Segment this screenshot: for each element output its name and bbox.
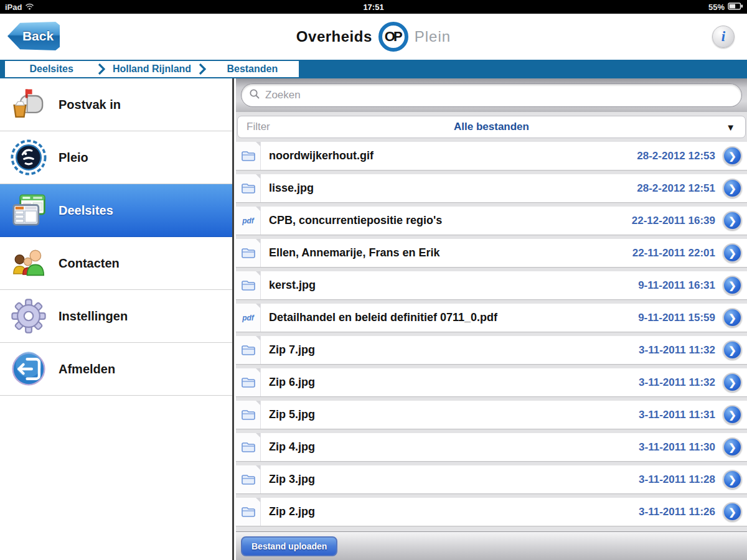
dropdown-arrow-icon: ▼ bbox=[677, 122, 745, 133]
app-logo: Overheids OP Plein bbox=[0, 14, 747, 60]
folder-icon bbox=[236, 433, 261, 461]
upload-file-button[interactable]: Bestand uploaden bbox=[241, 536, 337, 556]
folder-icon bbox=[236, 271, 261, 299]
people-icon bbox=[10, 245, 47, 282]
logo-text-right: Plein bbox=[415, 28, 451, 45]
file-row[interactable]: Ellen, Annemarije, Frans en Erik22-11-20… bbox=[236, 239, 747, 267]
file-row[interactable]: Zip 5.jpg3-11-2011 11:31❯ bbox=[236, 401, 747, 429]
file-date: 9-11-2011 15:59 bbox=[638, 312, 715, 324]
pdf-glyph: pdf bbox=[242, 314, 254, 322]
sidebar-item-postvak-in[interactable]: Postvak in bbox=[0, 78, 232, 131]
logo-text-left: Overheids bbox=[296, 28, 372, 45]
file-name: Ellen, Annemarije, Frans en Erik bbox=[261, 246, 632, 259]
folder-icon bbox=[236, 465, 261, 493]
logo-op-icon: OP bbox=[378, 22, 408, 52]
file-row[interactable]: noordwijkerhout.gif28-2-2012 12:53❯ bbox=[236, 142, 747, 170]
footer-toolbar: Bestand uploaden bbox=[236, 531, 747, 560]
gear-icon bbox=[10, 297, 47, 335]
sidebar-item-afmelden[interactable]: Afmelden bbox=[0, 343, 232, 396]
chevron-right-button[interactable]: ❯ bbox=[723, 437, 742, 457]
clock: 17:51 bbox=[0, 2, 747, 12]
file-row[interactable]: pdfDetailhandel en beleid definitief 071… bbox=[236, 304, 747, 332]
pleio-icon bbox=[10, 139, 47, 176]
file-name: CPB, concurrentiepositie regio's bbox=[261, 214, 632, 227]
file-name: Detailhandel en beleid definitief 0711_0… bbox=[261, 311, 638, 324]
chevron-right-button[interactable]: ❯ bbox=[723, 340, 742, 360]
sidebar-item-label: Pleio bbox=[59, 151, 88, 165]
filter-label: Filter bbox=[238, 121, 306, 133]
search-input[interactable] bbox=[265, 89, 734, 101]
status-right: 55% bbox=[708, 2, 743, 12]
logout-icon bbox=[10, 350, 47, 388]
folder-icon bbox=[236, 142, 261, 170]
file-name: Zip 7.jpg bbox=[261, 343, 639, 357]
file-date: 28-2-2012 12:51 bbox=[637, 182, 715, 195]
main-content: Filter Alle bestanden ▼ noordwijkerhout.… bbox=[236, 78, 747, 560]
file-name: Zip 2.jpg bbox=[261, 505, 639, 518]
chevron-right-button[interactable]: ❯ bbox=[723, 502, 742, 521]
folder-icon bbox=[236, 174, 261, 202]
folder-icon bbox=[236, 401, 261, 429]
mailbox-icon bbox=[10, 86, 47, 123]
file-name: kerst.jpg bbox=[261, 279, 638, 292]
file-row[interactable]: Zip 7.jpg3-11-2011 11:32❯ bbox=[236, 336, 747, 364]
breadcrumb-separator-icon bbox=[199, 63, 206, 75]
file-name: Zip 3.jpg bbox=[261, 473, 639, 486]
file-date: 3-11-2011 11:32 bbox=[639, 344, 715, 357]
file-date: 22-12-2011 16:39 bbox=[632, 215, 715, 227]
info-button[interactable]: i bbox=[712, 26, 735, 48]
file-name: noordwijkerhout.gif bbox=[261, 149, 637, 162]
sidebar-item-label: Afmelden bbox=[59, 362, 115, 376]
chevron-right-button[interactable]: ❯ bbox=[723, 179, 742, 198]
file-date: 28-2-2012 12:53 bbox=[637, 150, 715, 162]
windows-icon bbox=[10, 192, 47, 229]
file-row[interactable]: lisse.jpg28-2-2012 12:51❯ bbox=[236, 174, 747, 202]
chevron-right-button[interactable]: ❯ bbox=[723, 243, 742, 263]
sidebar-item-label: Instellingen bbox=[59, 309, 128, 324]
status-bar: iPad 17:51 55% bbox=[0, 0, 747, 14]
chevron-right-button[interactable]: ❯ bbox=[723, 470, 742, 489]
sidebar-item-label: Deelsites bbox=[59, 203, 113, 218]
file-row[interactable]: Zip 6.jpg3-11-2011 11:32❯ bbox=[236, 368, 747, 396]
file-row[interactable]: kerst.jpg9-11-2011 16:31❯ bbox=[236, 271, 747, 299]
file-name: Zip 5.jpg bbox=[261, 408, 639, 421]
file-date: 3-11-2011 11:26 bbox=[639, 506, 715, 518]
file-name: lisse.jpg bbox=[261, 182, 637, 195]
file-date: 3-11-2011 11:31 bbox=[639, 409, 715, 421]
chevron-right-button[interactable]: ❯ bbox=[723, 308, 742, 327]
file-date: 3-11-2011 11:30 bbox=[639, 441, 715, 454]
file-row[interactable]: Zip 4.jpg3-11-2011 11:30❯ bbox=[236, 433, 747, 461]
sidebar-item-label: Contacten bbox=[59, 256, 120, 271]
search-box[interactable] bbox=[241, 83, 742, 107]
breadcrumb-item-bestanden[interactable]: Bestanden bbox=[206, 63, 299, 75]
sidebar-item-instellingen[interactable]: Instellingen bbox=[0, 290, 232, 343]
file-list: noordwijkerhout.gif28-2-2012 12:53❯ liss… bbox=[236, 142, 747, 526]
sidebar: Postvak in Pleio Deelsites Contacten Ins… bbox=[0, 78, 234, 560]
pdf-glyph: pdf bbox=[242, 217, 254, 225]
sidebar-item-contacten[interactable]: Contacten bbox=[0, 237, 232, 290]
folder-icon bbox=[236, 239, 261, 267]
chevron-right-button[interactable]: ❯ bbox=[723, 405, 742, 424]
app-window: iPad 17:51 55% Back Overheids OP Plei bbox=[0, 0, 747, 560]
breadcrumb: Deelsites Holland Rijnland Bestanden bbox=[5, 61, 299, 77]
breadcrumb-separator-icon bbox=[98, 63, 105, 75]
sidebar-item-pleio[interactable]: Pleio bbox=[0, 131, 232, 184]
sidebar-item-deelsites[interactable]: Deelsites bbox=[0, 184, 232, 237]
chevron-right-button[interactable]: ❯ bbox=[723, 146, 742, 166]
chevron-right-button[interactable]: ❯ bbox=[723, 211, 742, 230]
search-icon bbox=[249, 88, 260, 102]
chevron-right-button[interactable]: ❯ bbox=[723, 373, 742, 392]
file-date: 3-11-2011 11:28 bbox=[639, 474, 715, 486]
file-date: 3-11-2011 11:32 bbox=[639, 376, 715, 389]
battery-icon bbox=[728, 2, 743, 12]
file-row[interactable]: Zip 2.jpg3-11-2011 11:26❯ bbox=[236, 498, 747, 526]
file-row[interactable]: Zip 3.jpg3-11-2011 11:28❯ bbox=[236, 465, 747, 493]
pdf-icon: pdf bbox=[236, 304, 261, 332]
file-row[interactable]: pdfCPB, concurrentiepositie regio's22-12… bbox=[236, 207, 747, 235]
filter-dropdown[interactable]: Filter Alle bestanden ▼ bbox=[237, 116, 746, 138]
breadcrumb-item-holland-rijnland[interactable]: Holland Rijnland bbox=[105, 63, 198, 75]
chevron-right-button[interactable]: ❯ bbox=[723, 276, 742, 295]
battery-percent: 55% bbox=[708, 2, 725, 12]
breadcrumb-item-deelsites[interactable]: Deelsites bbox=[5, 63, 98, 75]
sidebar-item-label: Postvak in bbox=[59, 98, 121, 112]
